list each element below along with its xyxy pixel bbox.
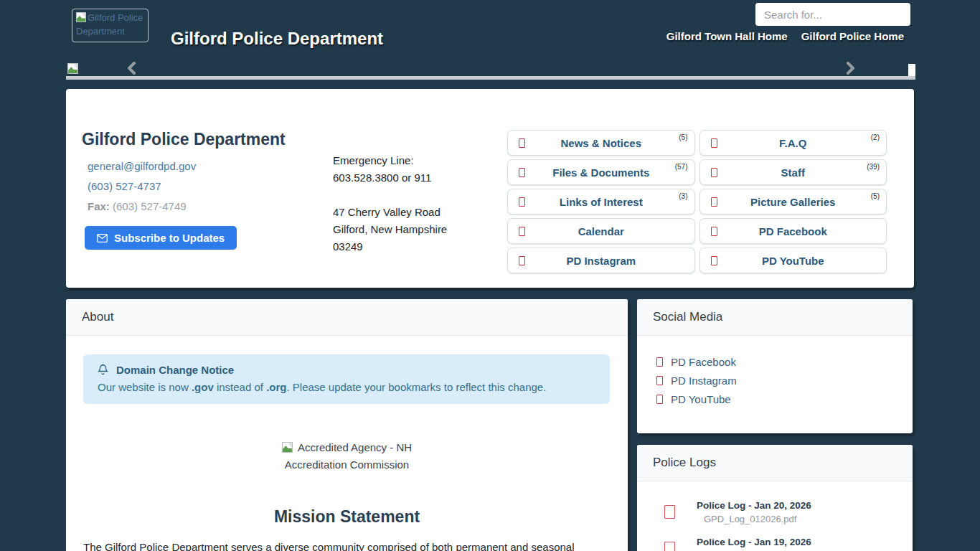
subscribe-to-updates-button[interactable]: Subscribe to Updates (85, 226, 237, 250)
social-media-card: Social Media PD Facebook PD Instagram PD… (637, 299, 913, 433)
quick-link-links-of-interest[interactable]: Links of Interest(3) (507, 189, 695, 215)
missing-glyph-icon (711, 138, 717, 148)
broken-image-icon (76, 12, 86, 22)
nav-link-police-home[interactable]: Gilford Police Home (801, 30, 904, 42)
notice-bold-org: .org (266, 381, 286, 393)
quick-link-news-notices[interactable]: News & Notices(5) (507, 130, 695, 156)
missing-glyph-icon (664, 505, 675, 519)
fax-line: Fax: (603) 527-4749 (82, 200, 333, 212)
missing-glyph-icon (664, 542, 675, 551)
contact-info-column: Gilford Police Department general@gilfor… (82, 130, 333, 273)
missing-glyph-icon (519, 168, 525, 177)
missing-glyph-icon (656, 395, 663, 404)
quick-link-label: News & Notices (560, 137, 641, 149)
broken-image-icon (282, 442, 293, 453)
quick-link-count: (57) (675, 163, 688, 171)
broken-image-icon (67, 63, 78, 74)
envelope-icon (97, 234, 108, 242)
missing-glyph-icon (519, 227, 525, 236)
sidebar: Social Media PD Facebook PD Instagram PD… (637, 299, 913, 551)
quick-link-label: Picture Galleries (750, 196, 835, 208)
quick-link-calendar[interactable]: Calendar (507, 218, 695, 244)
search-box (755, 3, 910, 26)
police-logs-card: Police Logs Police Log - Jan 20, 2026 GP… (637, 445, 913, 551)
missing-glyph-icon (519, 138, 525, 148)
fax-label: Fax: (88, 200, 110, 212)
quick-link-count: (2) (871, 133, 880, 141)
quick-link-count: (5) (679, 133, 687, 141)
address-line: Gilford, New Hampshire (333, 221, 507, 238)
main-columns: About Domain Change Notice Our website i… (66, 299, 914, 551)
quick-link-pd-facebook[interactable]: PD Facebook (699, 218, 887, 244)
missing-glyph-icon (711, 168, 717, 177)
domain-change-notice-alert: Domain Change Notice Our website is now … (83, 354, 610, 404)
police-logs-card-header: Police Logs (637, 445, 913, 481)
address-line: 47 Cherry Valley Road (333, 204, 507, 221)
quick-link-pd-instagram[interactable]: PD Instagram (507, 248, 695, 273)
emergency-line-label: Emergency Line: (333, 152, 507, 169)
quick-link-label: F.A.Q (779, 137, 806, 149)
missing-glyph-icon (519, 256, 525, 265)
social-link-label: PD Instagram (671, 375, 737, 387)
nav-link-town-hall-home[interactable]: Gilford Town Hall Home (666, 30, 788, 42)
subscribe-button-label: Subscribe to Updates (114, 232, 225, 244)
search-input[interactable] (755, 3, 910, 26)
accreditation-broken-image: Accredited Agency - NH Accreditation Com… (258, 439, 437, 474)
carousel-next-button[interactable] (846, 62, 856, 77)
quick-link-count: (39) (867, 163, 880, 171)
police-logs-card-body: Police Log - Jan 20, 2026 GPD_Log_012026… (637, 481, 913, 551)
header-nav: Gilford Town Hall Home Gilford Police Ho… (666, 30, 904, 42)
site-header: Gilford Police Department Gilford Police… (0, 0, 980, 62)
department-contact-card: Gilford Police Department general@gilfor… (66, 89, 914, 288)
phone-link[interactable]: (603) 527-4737 (88, 180, 161, 192)
quick-link-label: Files & Documents (552, 166, 649, 179)
quick-link-pd-youtube[interactable]: PD YouTube (699, 248, 887, 273)
social-link-pd-youtube[interactable]: PD YouTube (656, 393, 895, 405)
accreditation-alt-text: Accredited Agency - NH Accreditation Com… (285, 441, 412, 471)
social-link-pd-facebook[interactable]: PD Facebook (656, 356, 895, 368)
site-logo-broken-image[interactable]: Gilford Police Department (72, 9, 149, 42)
image-carousel (66, 62, 914, 81)
police-log-item[interactable]: Police Log - Jan 19, 2026 GPD_Log_011626… (647, 537, 903, 551)
missing-glyph-icon (656, 357, 663, 367)
notice-text: Our website is now .gov instead of .org.… (98, 381, 595, 393)
social-media-card-header: Social Media (637, 299, 913, 336)
social-link-pd-instagram[interactable]: PD Instagram (656, 375, 895, 387)
quick-link-label: Links of Interest (560, 196, 643, 208)
missing-glyph-icon (711, 227, 717, 236)
quick-link-faq[interactable]: F.A.Q(2) (699, 130, 887, 156)
page-title: Gilford Police Department (171, 29, 383, 49)
emergency-line-number: 603.528.3800 or 911 (333, 169, 507, 187)
notice-title: Domain Change Notice (116, 364, 234, 376)
quick-links-grid: News & Notices(5) F.A.Q(2) Files & Docum… (507, 130, 898, 273)
quick-link-label: PD Facebook (759, 225, 827, 237)
missing-glyph-icon (519, 197, 525, 207)
quick-link-picture-galleries[interactable]: Picture Galleries(5) (699, 189, 887, 215)
emergency-address-column: Emergency Line: 603.528.3800 or 911 47 C… (333, 130, 507, 273)
quick-link-label: Staff (781, 166, 805, 179)
police-log-filename: GPD_Log_012026.pdf (697, 514, 811, 524)
carousel-progress-bar (66, 76, 915, 80)
police-log-item[interactable]: Police Log - Jan 20, 2026 GPD_Log_012026… (647, 500, 903, 524)
quick-link-files-documents[interactable]: Files & Documents(57) (507, 159, 695, 185)
carousel-prev-button[interactable] (126, 62, 136, 77)
carousel-slide-edge (908, 64, 915, 76)
notice-bold-gov: .gov (192, 381, 214, 393)
quick-link-label: PD YouTube (762, 255, 824, 267)
missing-glyph-icon (711, 197, 717, 207)
quick-link-staff[interactable]: Staff(39) (699, 159, 887, 185)
quick-link-label: PD Instagram (566, 255, 636, 267)
mission-statement-heading: Mission Statement (83, 507, 611, 527)
quick-link-count: (5) (871, 192, 880, 200)
police-log-title: Police Log - Jan 20, 2026 (697, 500, 811, 511)
quick-link-label: Calendar (578, 225, 624, 237)
about-card-header: About (66, 299, 628, 336)
quick-link-count: (3) (679, 192, 687, 200)
department-name-heading: Gilford Police Department (82, 130, 333, 149)
missing-glyph-icon (711, 256, 717, 265)
chevron-left-icon (126, 62, 136, 75)
social-link-label: PD Facebook (671, 356, 736, 368)
about-card: About Domain Change Notice Our website i… (66, 299, 628, 551)
email-link[interactable]: general@gilfordpd.gov (88, 160, 196, 172)
fax-number: (603) 527-4749 (113, 200, 187, 212)
